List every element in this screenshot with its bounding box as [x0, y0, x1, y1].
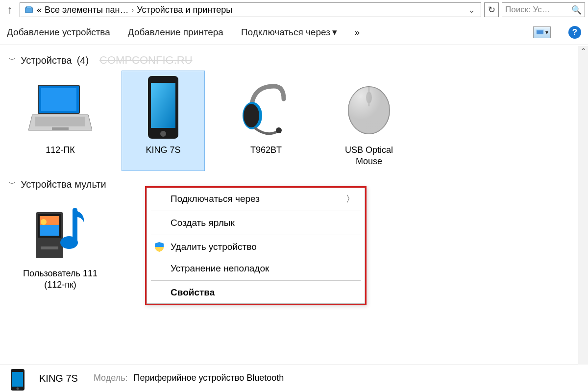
separator [151, 211, 361, 211]
smartphone-icon [9, 368, 30, 390]
breadcrumb-box[interactable]: « Все элементы пан… › Устройства и принт… [20, 2, 481, 17]
svg-rect-1 [27, 6, 31, 8]
search-input[interactable]: Поиск: Ус… 🔍 [502, 2, 585, 17]
refresh-button[interactable]: ↻ [484, 2, 499, 17]
svg-point-18 [348, 87, 390, 134]
crumb-back-chevron: « [37, 5, 42, 15]
group-count: (4) [77, 55, 89, 66]
svg-rect-5 [41, 88, 76, 111]
svg-rect-0 [25, 8, 33, 13]
svg-point-14 [244, 104, 259, 127]
device-item-headset[interactable]: T962BT [224, 71, 308, 171]
svg-point-25 [60, 236, 78, 249]
separator [151, 235, 361, 235]
details-pane: KING 7S Модель: Периферийное устройство … [0, 365, 578, 392]
details-device-name: KING 7S [39, 373, 78, 384]
device-item-media-server[interactable]: Пользователь 111 (112-пк) [19, 194, 102, 294]
chevron-down-icon: ﹀ [9, 180, 16, 189]
separator [151, 280, 361, 281]
add-device-button[interactable]: Добавление устройства [7, 27, 110, 38]
help-button[interactable]: ? [568, 26, 581, 39]
search-placeholder: Поиск: Ус… [505, 5, 571, 15]
svg-rect-7 [35, 117, 85, 126]
vertical-scrollbar[interactable]: ⌃ [578, 46, 588, 365]
device-label: USB Optical Mouse [331, 145, 407, 168]
caret-down-icon: ▾ [332, 26, 337, 38]
laptop-icon [26, 74, 95, 143]
svg-rect-3 [537, 30, 543, 34]
context-menu-properties[interactable]: Свойства [147, 282, 365, 303]
svg-rect-8 [52, 127, 69, 130]
device-label: KING 7S [146, 145, 180, 156]
context-menu-connect-via[interactable]: Подключаться через 〉 [147, 188, 365, 210]
smartphone-icon [129, 74, 197, 143]
device-label: Пользователь 111 (112-пк) [22, 268, 98, 291]
view-options-button[interactable]: ▾ [533, 26, 551, 38]
crumb-segment-2[interactable]: Устройства и принтеры [137, 5, 232, 15]
crumb-segment-1[interactable]: Все элементы пан… [45, 5, 129, 15]
more-menu-button[interactable]: » [355, 27, 360, 38]
svg-point-23 [41, 219, 47, 225]
details-model-value: Периферийное устройство Bluetooth [134, 373, 284, 384]
group-title: Устройства [21, 55, 72, 66]
context-menu-troubleshoot[interactable]: Устранение неполадок [147, 258, 365, 279]
folder-icon [24, 5, 34, 15]
chevron-right-icon: 〉 [346, 193, 355, 205]
details-model-label: Модель: [94, 373, 128, 384]
chevron-right-icon: › [132, 6, 134, 14]
mouse-icon [335, 74, 403, 143]
chevron-down-icon: ﹀ [9, 56, 16, 65]
svg-point-12 [160, 131, 166, 137]
watermark-text: COMPCONFIG.RU [99, 54, 192, 67]
toolbar: Добавление устройства Добавление принтер… [0, 20, 588, 45]
address-bar: ↑ « Все элементы пан… › Устройства и при… [0, 0, 588, 20]
device-item-phone[interactable]: KING 7S [122, 71, 205, 171]
svg-rect-11 [151, 83, 175, 128]
svg-rect-22 [40, 225, 59, 236]
svg-point-28 [17, 387, 19, 390]
context-menu-remove-device[interactable]: Удалить устройство [147, 236, 365, 258]
shield-icon [154, 242, 165, 252]
add-printer-button[interactable]: Добавление принтера [128, 27, 223, 38]
search-icon: 🔍 [571, 5, 582, 15]
device-item-mouse[interactable]: USB Optical Mouse [327, 71, 411, 171]
svg-point-15 [276, 127, 282, 133]
scroll-up-icon[interactable]: ⌃ [578, 46, 588, 56]
content-area: ﹀ Устройства (4) COMPCONFIG.RU 112-ПК [0, 45, 588, 365]
devices-row: 112-ПК KING 7S [19, 71, 579, 171]
svg-rect-27 [12, 372, 23, 387]
device-item-pc[interactable]: 112-ПК [19, 71, 102, 171]
group-title: Устройства мульти [21, 179, 106, 190]
chevron-down-icon[interactable]: ⌄ [466, 4, 477, 15]
device-label: T962BT [250, 145, 282, 156]
device-label: 112-ПК [46, 145, 74, 156]
headset-icon [232, 74, 300, 143]
media-server-icon [26, 197, 95, 266]
context-menu-create-shortcut[interactable]: Создать ярлык [147, 212, 365, 234]
connect-via-button[interactable]: Подключаться через ▾ [241, 26, 337, 38]
svg-rect-24 [41, 246, 58, 249]
context-menu: Подключаться через 〉 Создать ярлык Удали… [145, 186, 367, 305]
group-header-devices[interactable]: ﹀ Устройства (4) COMPCONFIG.RU [9, 54, 579, 67]
up-button[interactable]: ↑ [3, 3, 17, 17]
